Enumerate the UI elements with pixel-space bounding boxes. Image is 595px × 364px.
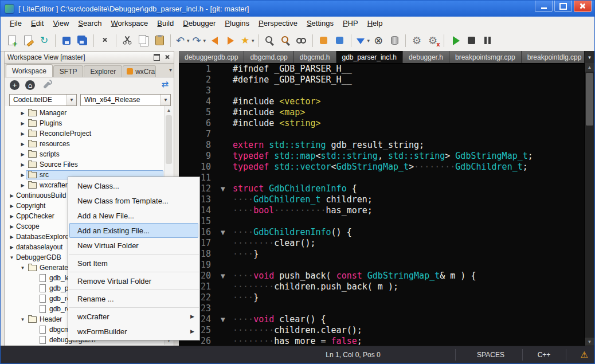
editor-scrollbar-thumb[interactable] (586, 73, 593, 126)
tree-expand-arrow-icon[interactable]: ▶ (19, 131, 26, 136)
tab-wxcrafter[interactable]: wxCrafter (123, 65, 156, 77)
code-line[interactable]: 6#include <string> (179, 118, 585, 129)
menu-file[interactable]: File (5, 17, 26, 29)
tree-item-manager[interactable]: ▶Manager (5, 108, 173, 118)
copy-button[interactable] (136, 33, 151, 48)
scroll-up-icon[interactable]: ▲ (585, 63, 594, 72)
code-line[interactable]: 14····bool··········has_more; (179, 205, 585, 216)
menu-settings[interactable]: Settings (302, 17, 338, 29)
add-item-button[interactable] (10, 80, 19, 90)
reload-button[interactable]: ↻ (37, 33, 52, 48)
code-line[interactable]: 4#include <vector> (179, 96, 585, 107)
tree-item-scripts[interactable]: ▶scripts (5, 149, 173, 159)
tree-expand-arrow-icon[interactable]: ▶ (19, 162, 26, 167)
nav-forward-button[interactable] (223, 33, 238, 48)
code-line[interactable]: 8extern std::string gdb_result_string; (179, 140, 585, 151)
editor-tab-debuggergdb-cpp[interactable]: debuggergdb.cpp (179, 51, 244, 63)
fold-arrow-icon[interactable]: ▼ (216, 183, 233, 194)
editor-tab-breakpointsmgr-cpp[interactable]: breakpointsmgr.cpp (449, 51, 522, 63)
code-line[interactable]: 2#define _GDB_PARSER_H__ (179, 75, 585, 85)
tree-item-source-files[interactable]: ▶Source Files (5, 159, 173, 170)
tree-expand-arrow-icon[interactable]: ▶ (9, 224, 15, 229)
code-line[interactable]: 25········children.clear(); (179, 325, 585, 336)
save-all-button[interactable] (75, 33, 90, 48)
tree-expand-arrow-icon[interactable]: ▶ (19, 111, 26, 116)
code-editor[interactable]: 1#ifndef _GDB_PARSER_H__2#define _GDB_PA… (179, 63, 585, 346)
cancel-build-button[interactable]: ⚙ (425, 33, 440, 48)
nav-back-button[interactable] (207, 33, 222, 48)
code-line[interactable]: 26········has_more = false; (179, 336, 585, 346)
code-line[interactable]: 24▼····void clear() { (179, 314, 585, 325)
code-line[interactable]: 13····GdbChildren_t children; (179, 194, 585, 205)
bookmark-button[interactable]: ★▾ (239, 33, 255, 48)
find-symbol-button[interactable] (332, 33, 347, 48)
editor-tab-dbgcmd-h[interactable]: dbgcmd.h (294, 51, 336, 63)
home-button[interactable] (25, 80, 35, 90)
context-menu-item-new-virtual-folder[interactable]: New Virtual Folder (68, 238, 199, 253)
tree-collapse-arrow-icon[interactable]: ▼ (9, 255, 15, 260)
editor-tab-breakpointdlg-cpp[interactable]: breakpointdlg.cpp (522, 51, 588, 63)
tree-expand-arrow-icon[interactable]: ▶ (19, 121, 26, 126)
menu-help[interactable]: Help (363, 17, 387, 29)
paste-button[interactable] (152, 33, 167, 48)
fold-arrow-icon[interactable]: ▼ (216, 271, 233, 281)
tree-collapse-arrow-icon[interactable]: ▼ (19, 317, 26, 322)
code-line[interactable]: 22····} (179, 292, 585, 303)
fold-arrow-icon[interactable]: ▼ (216, 314, 233, 325)
editor-tab-dbgcmd-cpp[interactable]: dbgcmd.cpp (244, 51, 293, 63)
tree-collapse-arrow-icon[interactable]: ▼ (19, 265, 26, 271)
redo-button[interactable]: ↷▾ (191, 33, 206, 48)
tree-expand-arrow-icon[interactable]: ▶ (9, 245, 15, 250)
menu-php[interactable]: PHP (338, 17, 363, 29)
context-menu-item-add-an-existing-file[interactable]: Add an Existing File... (69, 223, 198, 238)
pause-button[interactable] (480, 33, 495, 48)
code-line[interactable]: 7 (179, 129, 585, 140)
find-in-files-button[interactable] (294, 33, 309, 48)
tree-expand-arrow-icon[interactable]: ▶ (9, 234, 15, 240)
menu-debugger[interactable]: Debugger (178, 17, 220, 29)
code-line[interactable]: 16▼····GdbChildrenInfo() { (179, 227, 585, 238)
minimize-button[interactable] (535, 1, 553, 12)
code-line[interactable]: 15 (179, 216, 585, 227)
context-menu-item-new-class[interactable]: New Class... (68, 178, 199, 193)
context-menu-item-wxcrafter[interactable]: wxCrafter▶ (68, 309, 199, 324)
code-line[interactable]: 1#ifndef _GDB_PARSER_H__ (179, 64, 585, 75)
tree-expand-arrow-icon[interactable]: ▶ (9, 203, 15, 209)
code-line[interactable]: 21········children.push_back( m ); (179, 281, 585, 292)
code-line[interactable]: 10typedef std::vector<GdbStringMap_t>···… (179, 162, 585, 173)
tree-expand-arrow-icon[interactable]: ▶ (19, 142, 26, 147)
context-menu-item-new-class-from-template[interactable]: New Class from Template... (68, 193, 199, 208)
tree-scrollbar-thumb[interactable] (166, 115, 172, 164)
scroll-down-icon[interactable]: ▼ (585, 338, 594, 346)
whitespace-indicator[interactable]: SPACES (459, 346, 522, 363)
clean-button[interactable] (387, 33, 402, 48)
close-panel-icon[interactable] (165, 54, 171, 61)
context-menu-item-rename[interactable]: Rename ... (68, 291, 199, 306)
tree-item-resources[interactable]: ▶resources (5, 139, 173, 149)
tree-expand-arrow-icon[interactable]: ▶ (9, 214, 15, 219)
editor-tab-gdb-parser-incl-h[interactable]: gdb_parser_incl.h (336, 51, 403, 63)
tree-item-plugins[interactable]: ▶Plugins (5, 118, 173, 128)
menu-perspective[interactable]: Perspective (254, 17, 302, 29)
build-settings-button[interactable]: ⚙ (409, 33, 424, 48)
tree-item-reconcileproject[interactable]: ▶ReconcileProject (5, 128, 173, 139)
tree-expand-arrow-icon[interactable]: ▶ (9, 193, 15, 198)
tab-workspace[interactable]: Workspace (6, 64, 53, 77)
run-button[interactable] (448, 33, 463, 48)
tree-expand-arrow-icon[interactable]: ▶ (19, 183, 26, 188)
scroll-up-icon[interactable]: ▲ (165, 107, 173, 114)
context-menu-item-sort-item[interactable]: Sort Item (68, 256, 199, 271)
panel-tabs-overflow-button[interactable]: ▾ (169, 66, 172, 73)
menu-search[interactable]: Search (73, 17, 106, 29)
editor-scrollbar[interactable]: ▲ ▼ (584, 63, 594, 346)
menu-build[interactable]: Build (152, 17, 178, 29)
fold-arrow-icon[interactable]: ▼ (216, 227, 233, 238)
configuration-dropdown[interactable]: Win_x64_Release ▼ (80, 94, 171, 106)
code-line[interactable]: 17········clear(); (179, 238, 585, 249)
code-line[interactable]: 3 (179, 85, 585, 96)
find-resource-button[interactable] (316, 33, 331, 48)
tab-explorer[interactable]: Explorer (84, 65, 122, 77)
float-panel-icon[interactable] (154, 54, 160, 61)
warning-icon[interactable] (581, 346, 588, 363)
context-menu-item-add-a-new-file[interactable]: Add a New File... (68, 208, 199, 223)
